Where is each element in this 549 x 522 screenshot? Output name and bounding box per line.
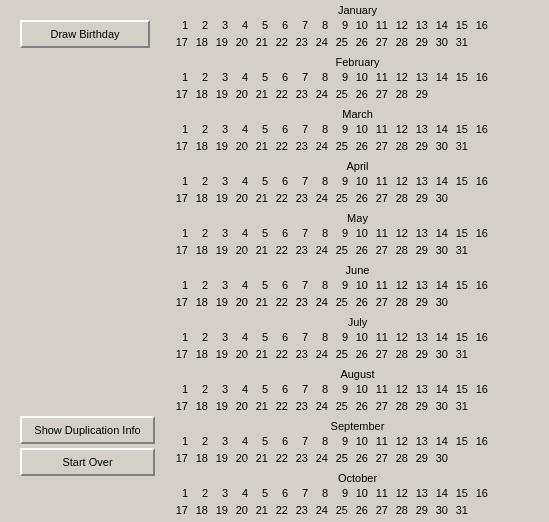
day-number: 11 — [370, 381, 390, 398]
day-number: 30 — [430, 34, 450, 51]
day-number: 12 — [390, 17, 410, 34]
day-number: 6 — [270, 329, 290, 346]
day-number: 10 — [350, 17, 370, 34]
day-number: 3 — [210, 17, 230, 34]
day-number: 4 — [230, 433, 250, 450]
draw-birthday-button[interactable]: Draw Birthday — [20, 20, 150, 48]
day-number: 28 — [390, 294, 410, 311]
month-name: January — [170, 4, 545, 16]
month-name: October — [170, 472, 545, 484]
day-number: 5 — [250, 69, 270, 86]
day-number: 13 — [410, 381, 430, 398]
day-number: 4 — [230, 277, 250, 294]
day-number: 20 — [230, 450, 250, 467]
calendar-row: 12345678910111213141516 — [170, 225, 545, 242]
day-number: 23 — [290, 242, 310, 259]
day-number: 8 — [310, 121, 330, 138]
day-number: 4 — [230, 17, 250, 34]
day-number: 19 — [210, 34, 230, 51]
day-number: 12 — [390, 173, 410, 190]
day-number: 26 — [350, 502, 370, 519]
day-number: 28 — [390, 86, 410, 103]
day-number: 5 — [250, 225, 270, 242]
month-name: February — [170, 56, 545, 68]
day-number: 27 — [370, 502, 390, 519]
day-number: 14 — [430, 277, 450, 294]
day-number: 15 — [450, 329, 470, 346]
day-number: 21 — [250, 242, 270, 259]
day-number: 28 — [390, 138, 410, 155]
day-number: 2 — [190, 121, 210, 138]
day-number: 8 — [310, 381, 330, 398]
day-number: 2 — [190, 329, 210, 346]
day-number: 7 — [290, 69, 310, 86]
day-number: 3 — [210, 225, 230, 242]
day-number: 18 — [190, 138, 210, 155]
day-number: 8 — [310, 329, 330, 346]
day-number: 24 — [310, 190, 330, 207]
show-duplication-button[interactable]: Show Duplication Info — [20, 416, 155, 444]
day-number: 29 — [410, 242, 430, 259]
day-number: 6 — [270, 173, 290, 190]
day-number: 14 — [430, 121, 450, 138]
day-number: 19 — [210, 294, 230, 311]
day-number: 25 — [330, 86, 350, 103]
day-number: 26 — [350, 450, 370, 467]
calendar-row: 1718192021222324252627282930 — [170, 294, 545, 311]
day-number: 14 — [430, 173, 450, 190]
day-number: 29 — [410, 190, 430, 207]
start-over-button[interactable]: Start Over — [20, 448, 155, 476]
day-number: 2 — [190, 485, 210, 502]
day-number: 3 — [210, 329, 230, 346]
day-number: 13 — [410, 225, 430, 242]
day-number: 21 — [250, 346, 270, 363]
day-number: 18 — [190, 346, 210, 363]
month-name: May — [170, 212, 545, 224]
day-number: 26 — [350, 242, 370, 259]
day-number: 1 — [170, 225, 190, 242]
day-number: 13 — [410, 173, 430, 190]
day-number: 11 — [370, 433, 390, 450]
day-number: 29 — [410, 138, 430, 155]
day-number: 25 — [330, 346, 350, 363]
day-number: 6 — [270, 17, 290, 34]
day-number: 26 — [350, 138, 370, 155]
calendar-row: 12345678910111213141516 — [170, 173, 545, 190]
day-number: 25 — [330, 138, 350, 155]
day-number: 4 — [230, 225, 250, 242]
day-number: 27 — [370, 86, 390, 103]
day-number: 15 — [450, 121, 470, 138]
day-number: 27 — [370, 242, 390, 259]
day-number: 22 — [270, 190, 290, 207]
day-number: 26 — [350, 294, 370, 311]
day-number: 9 — [330, 381, 350, 398]
day-number: 28 — [390, 450, 410, 467]
day-number: 28 — [390, 34, 410, 51]
day-number: 30 — [430, 294, 450, 311]
day-number: 11 — [370, 173, 390, 190]
calendar-row: 1718192021222324252627282930 — [170, 190, 545, 207]
day-number: 8 — [310, 173, 330, 190]
day-number: 21 — [250, 138, 270, 155]
day-number: 24 — [310, 138, 330, 155]
day-number: 1 — [170, 433, 190, 450]
calendar-row: 1718192021222324252627282930 — [170, 450, 545, 467]
day-number: 29 — [410, 398, 430, 415]
day-number: 10 — [350, 69, 370, 86]
day-number: 12 — [390, 485, 410, 502]
day-number: 9 — [330, 433, 350, 450]
day-number: 20 — [230, 34, 250, 51]
day-number: 12 — [390, 69, 410, 86]
day-number: 18 — [190, 502, 210, 519]
day-number: 14 — [430, 433, 450, 450]
calendar-row: 12345678910111213141516 — [170, 277, 545, 294]
day-number: 4 — [230, 121, 250, 138]
day-number: 2 — [190, 69, 210, 86]
day-number: 15 — [450, 277, 470, 294]
day-number: 1 — [170, 485, 190, 502]
month-block-january: January123456789101112131415161718192021… — [170, 4, 545, 50]
month-block-august: August1234567891011121314151617181920212… — [170, 368, 545, 414]
day-number: 16 — [470, 173, 490, 190]
day-number: 27 — [370, 450, 390, 467]
day-number: 28 — [390, 242, 410, 259]
